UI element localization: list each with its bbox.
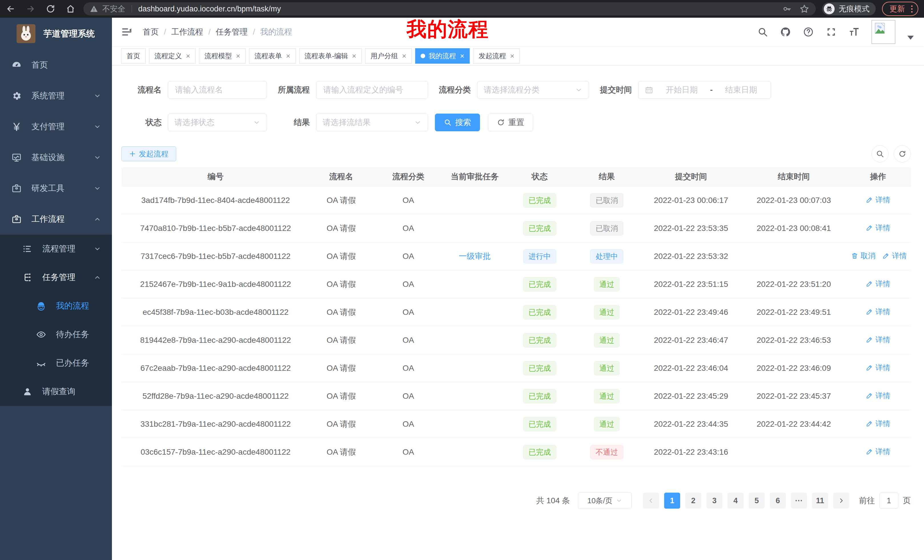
detail-action[interactable]: 详情	[866, 447, 890, 457]
security-label[interactable]: 不安全	[102, 4, 125, 14]
reload-icon[interactable]	[46, 4, 56, 14]
sidebar-item-leave-query[interactable]: 请假查询	[0, 377, 112, 406]
tab-label: 首页	[126, 51, 140, 60]
goto-page-input[interactable]	[879, 493, 898, 509]
tab-我的流程[interactable]: 我的流程×	[415, 48, 470, 64]
page-button-3[interactable]: 3	[706, 493, 722, 509]
key-icon[interactable]	[782, 4, 792, 14]
search-button[interactable]: 搜索	[435, 114, 480, 131]
tab-用户分组[interactable]: 用户分组×	[365, 48, 412, 64]
page-button-6[interactable]: 6	[770, 493, 786, 509]
breadcrumb-item[interactable]: 工作流程	[171, 27, 203, 37]
show-search-button[interactable]	[872, 145, 889, 162]
sidebar-item-infra[interactable]: 基础设施	[0, 142, 112, 173]
close-icon[interactable]: ×	[510, 52, 514, 60]
tab-流程定义[interactable]: 流程定义×	[149, 48, 196, 64]
browser-nav-buttons	[6, 4, 75, 14]
help-icon[interactable]	[803, 27, 814, 37]
breadcrumb-item[interactable]: 首页	[143, 27, 159, 37]
close-icon[interactable]: ×	[352, 52, 356, 60]
fullscreen-icon[interactable]	[826, 27, 837, 37]
cancel-action[interactable]: 取消	[851, 251, 876, 261]
close-icon[interactable]: ×	[186, 52, 190, 60]
incognito-badge[interactable]: 无痕模式	[822, 2, 876, 15]
back-icon[interactable]	[6, 4, 15, 14]
sidebar-item-payment[interactable]: 支付管理	[0, 111, 112, 142]
chevron-down-icon[interactable]	[908, 36, 914, 40]
status-badge: 已完成	[523, 193, 556, 208]
end-time-cell: 2022-01-23 00:08:41	[742, 224, 845, 233]
page-size-select[interactable]: 10条/页	[578, 493, 632, 509]
forward-icon[interactable]	[26, 4, 35, 14]
status-cell: 已完成	[506, 389, 574, 403]
edit-icon	[866, 224, 873, 232]
process-id-cell: 2152467e-7b9b-11ec-9a1b-acde48001122	[122, 280, 310, 289]
star-icon[interactable]	[799, 4, 810, 14]
page-button-11[interactable]: 11	[812, 493, 828, 509]
total-count: 共 104 条	[536, 495, 570, 506]
sidebar-item-my-process[interactable]: 我的流程	[0, 292, 112, 320]
tab-流程表单-编辑[interactable]: 流程表单-编辑×	[299, 48, 362, 64]
search-icon[interactable]	[757, 27, 768, 37]
update-button[interactable]: 更新	[882, 2, 918, 16]
font-size-icon[interactable]	[849, 27, 860, 37]
detail-action[interactable]: 详情	[866, 223, 890, 233]
status-select[interactable]: 请选择状态	[168, 114, 267, 131]
avatar[interactable]	[872, 20, 896, 44]
create-process-button[interactable]: 发起流程	[122, 147, 176, 161]
close-icon[interactable]: ×	[460, 52, 464, 60]
page-button-5[interactable]: 5	[748, 493, 765, 509]
sidebar-item-workflow[interactable]: 工作流程	[0, 204, 112, 235]
next-page-button[interactable]	[833, 493, 849, 509]
category-select[interactable]: 请选择流程分类	[477, 81, 589, 99]
more-pages-button[interactable]: ···	[791, 493, 807, 509]
sidebar-item-label: 研发工具	[32, 183, 64, 194]
detail-action[interactable]: 详情	[866, 363, 890, 373]
tab-流程模型[interactable]: 流程模型×	[199, 48, 246, 64]
hamburger-icon[interactable]	[121, 26, 132, 38]
reset-button[interactable]: 重置	[488, 114, 533, 131]
tab-发起流程[interactable]: 发起流程×	[473, 48, 520, 64]
sidebar-item-task-mgmt[interactable]: 任务管理	[0, 263, 112, 292]
submit-time-range-picker[interactable]: 开始日期 - 结束日期	[638, 81, 771, 99]
browser-menu-icon[interactable]	[909, 5, 914, 13]
tab-流程表单[interactable]: 流程表单×	[249, 48, 296, 64]
status-cell: 已完成	[506, 221, 574, 235]
page-button-2[interactable]: 2	[685, 493, 701, 509]
process-name-input[interactable]	[168, 81, 267, 99]
detail-action[interactable]: 详情	[866, 279, 890, 289]
sidebar-item-done-tasks[interactable]: 已办任务	[0, 349, 112, 377]
page-button-4[interactable]: 4	[728, 493, 744, 509]
current-task-link[interactable]: 一级审批	[459, 252, 491, 261]
github-icon[interactable]	[780, 27, 791, 37]
sidebar-item-system[interactable]: 系统管理	[0, 81, 112, 111]
detail-action[interactable]: 详情	[866, 419, 890, 429]
sidebar-item-devtools[interactable]: 研发工具	[0, 173, 112, 204]
detail-action[interactable]: 详情	[866, 195, 890, 205]
result-select[interactable]: 请选择流结果	[316, 114, 428, 131]
refresh-table-button[interactable]	[894, 145, 911, 162]
detail-action[interactable]: 详情	[866, 335, 890, 345]
address-bar[interactable]: 不安全 dashboard.yudao.iocoder.cn/bpm/task/…	[83, 2, 816, 15]
close-icon[interactable]: ×	[402, 52, 406, 60]
detail-action[interactable]: 详情	[882, 251, 907, 261]
category-cell: OA	[373, 280, 444, 289]
detail-action[interactable]: 详情	[866, 307, 890, 317]
sidebar-item-home[interactable]: 首页	[0, 49, 112, 81]
sidebar-item-todo-tasks[interactable]: 待办任务	[0, 320, 112, 349]
result-cell: 不通过	[574, 445, 640, 459]
page-button-1[interactable]: 1	[664, 493, 680, 509]
breadcrumb-item[interactable]: 任务管理	[216, 27, 248, 37]
sidebar-item-process-mgmt[interactable]: 流程管理	[0, 235, 112, 263]
url-text[interactable]: dashboard.yudao.iocoder.cn/bpm/task/my	[138, 4, 281, 13]
app-logo-row[interactable]: 芋道管理系统	[0, 18, 112, 49]
owner-process-input[interactable]	[316, 81, 428, 99]
prev-page-button[interactable]	[643, 493, 659, 509]
result-badge: 不通过	[590, 445, 623, 459]
tab-首页[interactable]: 首页	[121, 48, 146, 64]
close-icon[interactable]: ×	[236, 52, 240, 60]
detail-action[interactable]: 详情	[866, 391, 890, 401]
home-icon[interactable]	[66, 4, 75, 14]
status-label: 状态	[122, 117, 162, 128]
close-icon[interactable]: ×	[286, 52, 290, 60]
